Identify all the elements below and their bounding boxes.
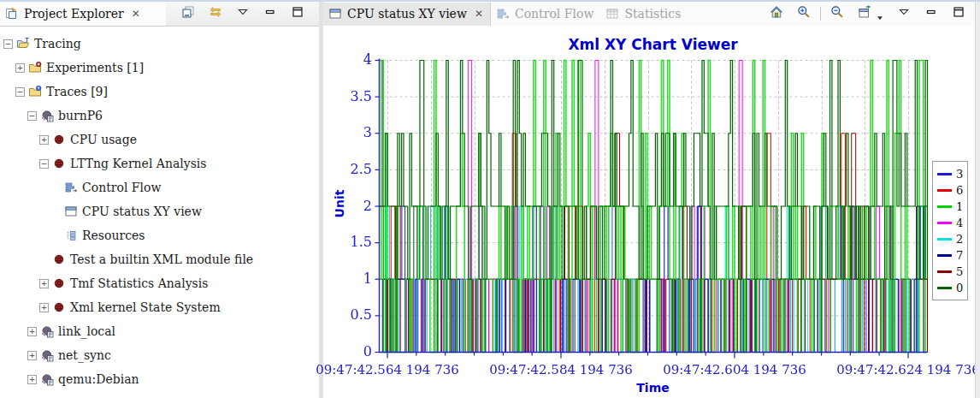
expander-minus-icon[interactable]: − xyxy=(27,111,37,121)
tree-item-label: Xml kernel State System xyxy=(70,300,221,314)
expander-minus-icon[interactable]: − xyxy=(39,159,49,169)
tree-item-link-local[interactable]: +link_local xyxy=(0,319,319,343)
tab-project-explorer[interactable]: Project Explorer ✕ xyxy=(0,3,166,26)
x-axis-label: Time xyxy=(379,381,927,395)
y-tick-label: 3 xyxy=(323,125,372,140)
tree-item-test-a-builtin-xml-module-file[interactable]: Test a builtin XML module file xyxy=(0,247,319,271)
minimize-button[interactable] xyxy=(924,6,939,21)
zoom-in-button[interactable] xyxy=(796,6,812,21)
tree: −TTracing+Experiments [1]−Traces [9]−bur… xyxy=(0,26,319,398)
expander-plus-icon[interactable]: + xyxy=(39,135,49,145)
expander-plus-icon[interactable]: + xyxy=(15,63,25,73)
tree-item-label: Traces [9] xyxy=(46,85,108,98)
trace-icon xyxy=(40,348,55,362)
maximize-button[interactable] xyxy=(290,6,305,21)
project-explorer-icon xyxy=(5,7,20,21)
expander-plus-icon[interactable]: + xyxy=(39,279,49,288)
tree-item-lttng-kernel-analysis[interactable]: −LTTng Kernel Analysis xyxy=(0,151,319,175)
window-right-edge xyxy=(975,2,980,398)
resources-icon xyxy=(64,229,79,242)
collapse-all-button[interactable] xyxy=(180,6,196,21)
legend-label: 3 xyxy=(956,168,963,181)
x-tick-label: 09:47:42.624 194 736 xyxy=(827,362,980,377)
toolbar-separator xyxy=(820,7,821,21)
maximize-button[interactable] xyxy=(951,6,966,21)
expander-minus-icon[interactable]: − xyxy=(3,39,13,49)
expander-minus-icon[interactable]: − xyxy=(15,87,25,97)
project-explorer-view: Project Explorer ✕ −TTracing+Experiments… xyxy=(0,2,319,398)
zoom-out-icon xyxy=(830,5,844,22)
expander-spacer xyxy=(51,207,61,217)
legend-label: 7 xyxy=(956,249,963,262)
expander-spacer xyxy=(51,183,61,193)
tree-item-qemu-debian[interactable]: +qemu:Debian xyxy=(0,367,319,391)
tab-label: CPU status XY view xyxy=(347,7,467,21)
tree-item-label: qemu:Debian xyxy=(58,372,139,386)
legend-label: 6 xyxy=(956,184,963,197)
zoom-out-button[interactable] xyxy=(829,6,845,21)
tree-item-resources[interactable]: Resources xyxy=(0,223,319,247)
minimize-button[interactable] xyxy=(263,6,278,21)
tree-item-net-sync[interactable]: +net_sync xyxy=(0,343,319,367)
expander-spacer xyxy=(51,231,61,241)
editor-tab-bar: CPU status XY view✕Control FlowStatistic… xyxy=(323,2,688,26)
tree-item-burnp6[interactable]: −burnP6 xyxy=(0,104,319,128)
y-tick-label: 1.5 xyxy=(323,235,372,250)
tab-cpu-status-xy-view[interactable]: CPU status XY view✕ xyxy=(323,3,491,26)
view-menu-button[interactable] xyxy=(235,6,251,21)
home-button[interactable] xyxy=(769,6,784,21)
view-menu-button[interactable] xyxy=(896,6,912,21)
statistics-icon xyxy=(605,7,620,21)
y-tick-label: 2 xyxy=(323,199,372,214)
expander-plus-icon[interactable]: + xyxy=(39,303,49,312)
view-menu-icon xyxy=(897,5,911,22)
minimize-icon xyxy=(263,5,277,22)
analysis-icon xyxy=(52,276,67,290)
legend-entry-6: 6 xyxy=(937,182,964,199)
control-flow-icon xyxy=(496,7,511,21)
analysis-icon xyxy=(52,157,67,170)
legend-line-swatch xyxy=(937,222,952,224)
expander-plus-icon[interactable]: + xyxy=(27,375,37,384)
tab-control-flow[interactable]: Control Flow xyxy=(491,3,600,26)
legend-label: 5 xyxy=(956,265,963,278)
new-view-button[interactable] xyxy=(857,6,872,21)
trace-icon xyxy=(40,109,55,122)
expander-plus-icon[interactable]: + xyxy=(27,327,37,336)
close-icon[interactable]: ✕ xyxy=(132,8,140,20)
link-with-editor-button[interactable] xyxy=(208,6,223,21)
y-tick-label: 0.5 xyxy=(323,307,372,323)
zoom-in-icon xyxy=(797,5,811,22)
x-tick-label: 09:47:42.604 194 736 xyxy=(653,362,816,377)
legend-entry-1: 1 xyxy=(937,199,964,215)
tree-item-experiments-1[interactable]: +Experiments [1] xyxy=(0,56,319,80)
tree-item-cpu-status-xy-view[interactable]: CPU status XY view xyxy=(0,199,319,223)
editor-header: CPU status XY view✕Control FlowStatistic… xyxy=(323,2,980,27)
legend-line-swatch xyxy=(937,270,952,273)
expander-plus-icon[interactable]: + xyxy=(27,351,37,360)
tree-item-qemu-debian-partial[interactable]: +qemu:Debian xyxy=(0,391,319,398)
legend-line-swatch xyxy=(937,173,952,175)
tree-item-label: link_local xyxy=(58,324,115,338)
tab-label: Statistics xyxy=(624,7,681,21)
legend-entry-7: 7 xyxy=(937,247,964,264)
legend-label: 0 xyxy=(956,282,963,294)
tree-item-label: Control Flow xyxy=(82,181,161,194)
tree-item-traces-9[interactable]: −Traces [9] xyxy=(0,80,319,104)
tree-item-xml-kernel-state-system[interactable]: +Xml kernel State System xyxy=(0,295,319,319)
dropdown-caret-icon[interactable] xyxy=(876,9,884,18)
legend-line-swatch xyxy=(937,254,952,257)
tree-item-control-flow[interactable]: Control Flow xyxy=(0,175,319,199)
tree-item-tracing[interactable]: −TTracing xyxy=(0,32,319,56)
close-icon[interactable]: ✕ xyxy=(475,8,483,20)
editor-toolbar xyxy=(769,6,980,21)
xy-chart-canvas[interactable] xyxy=(370,56,935,365)
tree-item-tmf-statistics-analysis[interactable]: +Tmf Statistics Analysis xyxy=(0,271,319,295)
tab-statistics[interactable]: Statistics xyxy=(600,3,688,26)
project-explorer-toolbar xyxy=(180,6,319,21)
chart-title: Xml XY Chart Viewer xyxy=(379,36,927,53)
legend-entry-2: 2 xyxy=(937,231,964,247)
tree-item-cpu-usage[interactable]: +CPU usage xyxy=(0,128,319,151)
tree-item-label: Tmf Statistics Analysis xyxy=(70,276,208,290)
trace-compass-window: { "sidebar": { "tab": { "label": "Projec… xyxy=(0,0,980,398)
